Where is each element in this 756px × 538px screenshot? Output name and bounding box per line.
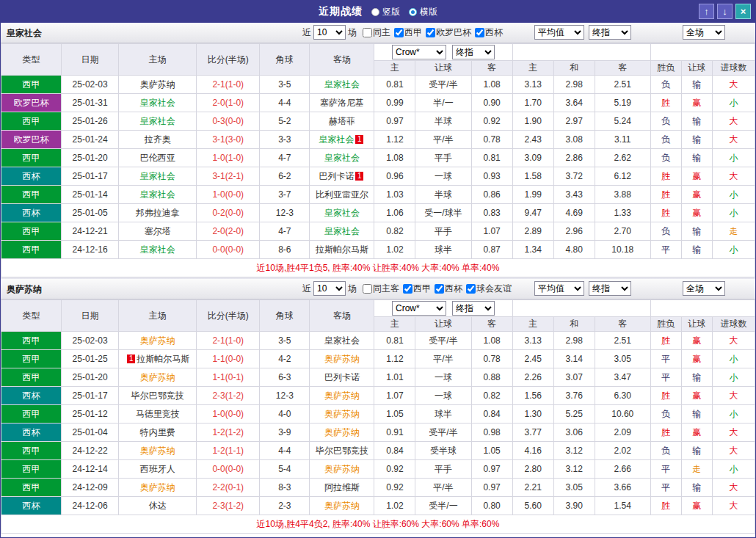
team-name-text[interactable]: 奥萨苏纳 bbox=[324, 427, 360, 437]
euro-draw-odds-cell: 2.98 bbox=[553, 332, 595, 350]
team-name-text[interactable]: 皇家社会 bbox=[324, 153, 360, 163]
away-team-cell: 奥萨苏纳 bbox=[310, 424, 374, 442]
team-name-text[interactable]: 皇家社会 bbox=[324, 226, 360, 236]
league-filter-checkbox[interactable] bbox=[475, 28, 484, 37]
team-name-text[interactable]: 奥萨苏纳 bbox=[140, 446, 175, 456]
euro-draw-odds-cell: 4.69 bbox=[553, 204, 595, 222]
team-name-text[interactable]: 奥萨苏纳 bbox=[140, 372, 175, 382]
team-name-text[interactable]: 奥萨苏纳 bbox=[324, 409, 360, 419]
league-filter-checkbox[interactable] bbox=[426, 28, 435, 37]
euro-draw-odds-cell: 3.64 bbox=[553, 94, 595, 112]
move-up-button[interactable]: ↑ bbox=[699, 4, 714, 19]
league-filter-checkbox-label[interactable]: 西甲 bbox=[403, 283, 431, 295]
date-cell: 25-01-26 bbox=[62, 112, 119, 131]
team-name-text: 特内里费 bbox=[140, 427, 175, 437]
team-name-text: 拉斯帕尔马斯 bbox=[316, 244, 368, 255]
team-name-text[interactable]: 皇家社会 bbox=[140, 189, 175, 200]
team-name-text[interactable]: 奥萨苏纳 bbox=[324, 464, 360, 474]
asian-home-odds-cell: 0.81 bbox=[374, 332, 415, 350]
league-filter-checkbox[interactable] bbox=[394, 28, 404, 37]
sub-column-header: 主 bbox=[512, 61, 553, 76]
home-team-cell: 皇家社会 bbox=[119, 112, 197, 131]
bookmaker-select[interactable]: Crow* bbox=[392, 301, 446, 316]
full-match-select[interactable]: 全场 bbox=[683, 25, 725, 40]
league-filter-checkbox[interactable] bbox=[403, 284, 412, 294]
final-odds-select[interactable]: 终指 bbox=[452, 301, 495, 316]
league-cell: 西杯 bbox=[1, 497, 62, 515]
league-cell: 欧罗巴杯 bbox=[1, 131, 62, 149]
layout-radio-horizontal[interactable]: 横版 bbox=[409, 6, 437, 18]
match-count-select[interactable]: 10 bbox=[313, 281, 346, 296]
handicap-result-cell: 输 bbox=[681, 368, 712, 387]
asian-away-odds-cell: 0.83 bbox=[471, 204, 512, 222]
date-cell: 25-01-04 bbox=[62, 424, 119, 442]
euro-away-odds-cell: 5.19 bbox=[595, 94, 650, 112]
team-name-text[interactable]: 奥萨苏纳 bbox=[324, 390, 360, 401]
euro-home-odds-cell: 1.30 bbox=[512, 405, 553, 424]
league-filter-checkbox-label[interactable]: 球会友谊 bbox=[466, 283, 512, 295]
same-venue-checkbox-label[interactable]: 同主客 bbox=[363, 283, 399, 295]
average-select[interactable]: 平均值 bbox=[534, 281, 584, 296]
asian-away-odds-cell: 0.97 bbox=[471, 479, 512, 497]
league-filter-checkbox-label[interactable]: 西甲 bbox=[394, 26, 422, 39]
team-name-text[interactable]: 皇家社会 bbox=[140, 116, 175, 126]
average-select[interactable]: 平均值 bbox=[534, 25, 584, 40]
league-cell: 西甲 bbox=[1, 368, 62, 387]
league-filter-checkbox-label[interactable]: 欧罗巴杯 bbox=[426, 26, 471, 39]
team-name-text[interactable]: 奥萨苏纳 bbox=[140, 335, 175, 346]
sub-column-header: 胜负 bbox=[650, 61, 681, 76]
date-cell: 24-12-14 bbox=[62, 460, 119, 479]
red-card-badge: 1 bbox=[127, 355, 135, 363]
sub-column-header: 客 bbox=[471, 317, 512, 332]
sections-container: 皇家社会近10场同主西甲欧罗巴杯西杯平均值终指全场类型日期主场比分(半场)角球客… bbox=[1, 23, 755, 534]
match-count-select[interactable]: 10 bbox=[313, 25, 346, 40]
euro-away-odds-cell: 3.88 bbox=[595, 186, 650, 204]
team-name-text[interactable]: 奥萨苏纳 bbox=[324, 354, 360, 364]
team-name-text[interactable]: 皇家社会 bbox=[140, 98, 175, 108]
euro-home-odds-cell: 3.13 bbox=[512, 332, 553, 350]
date-cell: 25-01-25 bbox=[62, 350, 119, 368]
goals-result-cell: 大 bbox=[712, 387, 755, 405]
layout-radio-vertical[interactable]: 竖版 bbox=[371, 6, 400, 18]
team-name-text[interactable]: 皇家社会 bbox=[140, 171, 175, 181]
team-name-text[interactable]: 奥萨苏纳 bbox=[140, 482, 175, 492]
average-final-select[interactable]: 终指 bbox=[589, 281, 631, 296]
result-cell: 平 bbox=[650, 350, 681, 368]
same-venue-checkbox[interactable] bbox=[363, 284, 372, 294]
handicap-cell: 平手 bbox=[415, 149, 471, 167]
asian-away-odds-cell: 0.84 bbox=[471, 405, 512, 424]
team-name-text[interactable]: 皇家社会 bbox=[324, 208, 360, 218]
team-name-text[interactable]: 皇家社会 bbox=[324, 79, 360, 90]
team-name-text[interactable]: 皇家社会 bbox=[140, 244, 175, 255]
euro-home-odds-cell: 1.70 bbox=[512, 94, 553, 112]
team-name-text[interactable]: 皇家社会 bbox=[319, 134, 354, 145]
league-filter-checkbox[interactable] bbox=[466, 284, 476, 294]
same-venue-checkbox[interactable] bbox=[363, 28, 372, 37]
league-cell: 西甲 bbox=[1, 149, 62, 167]
full-match-select[interactable]: 全场 bbox=[683, 281, 725, 296]
sub-column-header: 主 bbox=[374, 317, 415, 332]
bookmaker-select[interactable]: Crow* bbox=[392, 45, 446, 59]
league-cell: 西甲 bbox=[1, 112, 62, 131]
corners-cell: 3-5 bbox=[260, 332, 310, 350]
away-team-cell: 比利亚雷亚尔 bbox=[310, 186, 374, 204]
team-name-text: 休达 bbox=[149, 501, 167, 511]
team-name-text[interactable]: 奥萨苏纳 bbox=[324, 501, 360, 511]
euro-home-odds-cell: 3.09 bbox=[512, 149, 553, 167]
move-down-button[interactable]: ↓ bbox=[717, 4, 733, 19]
away-team-cell: 皇家社会1 bbox=[310, 131, 374, 149]
result-cell: 胜 bbox=[650, 186, 681, 204]
asian-away-odds-cell: 0.87 bbox=[471, 241, 512, 259]
average-final-select[interactable]: 终指 bbox=[589, 25, 631, 40]
final-odds-select[interactable]: 终指 bbox=[452, 45, 495, 59]
same-venue-checkbox-label[interactable]: 同主 bbox=[363, 26, 390, 39]
league-filter-checkbox-label[interactable]: 西杯 bbox=[475, 26, 503, 39]
away-team-cell: 皇家社会 bbox=[310, 149, 374, 167]
home-team-cell: 邦弗拉迪拿 bbox=[119, 204, 197, 222]
euro-away-odds-cell: 10.18 bbox=[595, 241, 650, 259]
league-filter-checkbox[interactable] bbox=[435, 284, 444, 294]
league-filter-checkbox-label[interactable]: 西杯 bbox=[435, 283, 462, 295]
score-cell: 2-2(0-1) bbox=[197, 479, 260, 497]
goals-result-cell: 走 bbox=[712, 222, 755, 241]
close-button[interactable]: × bbox=[735, 4, 751, 19]
